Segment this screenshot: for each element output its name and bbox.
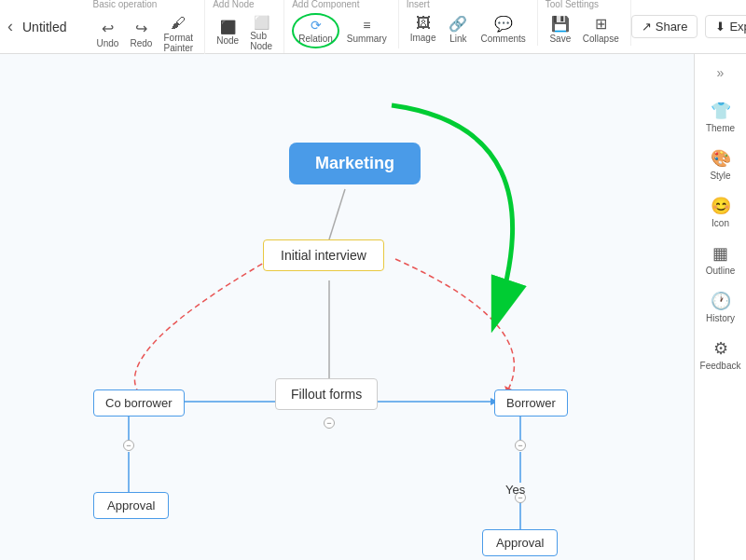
toolbar-group-add-component: Add Component ⟳ Relation ≡ Summary (284, 0, 399, 48)
marketing-label: Marketing (315, 154, 394, 172)
export-label: Export (729, 20, 746, 34)
sidebar-item-feedback[interactable]: ⚙ Feedback (698, 333, 743, 376)
tool-settings-items: 💾 Save ⊞ Collapse (546, 13, 623, 46)
relation-icon: ⟳ (311, 18, 322, 33)
add-node-items: ⬛ Node ⬜ Sub Node (213, 13, 276, 53)
collapse-icon: ⊞ (595, 15, 607, 33)
node-approval-right[interactable]: Approval (482, 529, 558, 556)
share-label: Share (656, 20, 688, 34)
format-painter-icon: 🖌 (171, 15, 186, 32)
toolbar-group-insert: Insert 🖼 Image 🔗 Link 💬 Comments (399, 0, 538, 46)
comments-icon: 💬 (494, 15, 513, 33)
summary-icon: ≡ (363, 18, 370, 33)
insert-items: 🖼 Image 🔗 Link 💬 Comments (407, 13, 530, 46)
node-approval-left[interactable]: Approval (93, 492, 169, 519)
node-label: Node (216, 35, 239, 46)
format-painter-label: Format Painter (163, 33, 193, 53)
comments-label: Comments (480, 34, 525, 44)
relation-button[interactable]: ⟳ Relation (292, 13, 339, 48)
initial-interview-label: Initial interview (281, 248, 366, 263)
link-icon: 🔗 (449, 15, 467, 33)
undo-icon: ↩ (102, 20, 114, 37)
canvas[interactable]: Marketing Initial interview Fillout form… (0, 54, 694, 560)
group-label-add-component: Add Component (292, 0, 359, 9)
main-area: Marketing Initial interview Fillout form… (0, 54, 746, 560)
collapse-borrower[interactable] (515, 440, 526, 451)
group-label-basic: Basic operation (92, 0, 157, 9)
theme-icon: 👕 (711, 101, 731, 121)
approval-left-label: Approval (107, 499, 155, 512)
collapse-button[interactable]: ⊞ Collapse (579, 13, 623, 46)
history-label: History (706, 313, 735, 323)
yes-label: Yes (505, 483, 525, 497)
connectors-svg (0, 54, 694, 560)
fillout-forms-label: Fillout forms (291, 387, 362, 402)
sub-node-icon: ⬜ (254, 15, 269, 30)
co-borrower-label: Co borrower (105, 396, 173, 410)
redo-icon: ↪ (135, 20, 147, 37)
green-arrow-svg (0, 54, 694, 560)
redo-button[interactable]: ↪ Redo (126, 18, 156, 50)
summary-label: Summary (347, 34, 387, 44)
export-button[interactable]: ⬇ Export (705, 15, 746, 38)
sidebar-item-theme[interactable]: 👕 Theme (698, 95, 743, 139)
group-label-add-node: Add Node (213, 0, 254, 9)
image-button[interactable]: 🖼 Image (407, 13, 440, 45)
link-button[interactable]: 🔗 Link (443, 13, 473, 46)
icon-icon: 😊 (711, 196, 731, 216)
share-button[interactable]: ↗ Share (631, 15, 698, 38)
image-icon: 🖼 (416, 15, 431, 32)
icon-label: Icon (711, 218, 729, 228)
style-icon: 🎨 (711, 148, 731, 169)
node-co-borrower[interactable]: Co borrower (93, 389, 185, 417)
node-button[interactable]: ⬛ Node (213, 18, 242, 48)
node-marketing[interactable]: Marketing (289, 143, 421, 184)
save-icon: 💾 (551, 15, 570, 33)
sidebar-item-outline[interactable]: ▦ Outline (698, 238, 743, 281)
save-label: Save (549, 34, 571, 44)
app-title: Untitled (22, 20, 66, 34)
toolbar: ‹ Untitled Basic operation ↩ Undo ↪ Redo… (0, 0, 746, 54)
save-button[interactable]: 💾 Save (546, 13, 575, 46)
collapse-co-borrower[interactable] (123, 440, 134, 451)
relation-label: Relation (298, 34, 333, 44)
group-label-insert: Insert (407, 0, 430, 9)
history-icon: 🕐 (711, 291, 731, 311)
sidebar-item-style[interactable]: 🎨 Style (698, 143, 743, 186)
outline-icon: ▦ (712, 243, 728, 264)
theme-label: Theme (706, 123, 735, 133)
comments-button[interactable]: 💬 Comments (477, 13, 529, 46)
undo-button[interactable]: ↩ Undo (92, 18, 122, 50)
add-component-items: ⟳ Relation ≡ Summary (292, 13, 391, 48)
feedback-label: Feedback (700, 361, 741, 371)
undo-label: Undo (97, 38, 119, 48)
back-button[interactable]: ‹ (7, 17, 13, 36)
share-icon: ↗ (642, 20, 652, 34)
sub-node-label: Sub Node (250, 31, 272, 51)
node-fillout-forms[interactable]: Fillout forms (275, 378, 378, 410)
toolbar-group-tool-settings: Tool Settings 💾 Save ⊞ Collapse (538, 0, 631, 46)
format-painter-button[interactable]: 🖌 Format Painter (159, 13, 197, 55)
sidebar-collapse-button[interactable]: » (713, 61, 728, 84)
image-label: Image (410, 33, 436, 43)
collapse-fillout-forms[interactable] (324, 417, 335, 429)
approval-right-label: Approval (496, 536, 544, 550)
node-borrower[interactable]: Borrower (494, 389, 568, 417)
group-label-tool-settings: Tool Settings (546, 0, 599, 9)
export-icon: ⬇ (715, 20, 725, 34)
node-initial-interview[interactable]: Initial interview (263, 239, 384, 271)
sidebar-item-history[interactable]: 🕐 History (698, 285, 743, 329)
right-sidebar: » 👕 Theme 🎨 Style 😊 Icon ▦ Outline 🕐 His… (694, 54, 746, 560)
style-label: Style (710, 171, 730, 181)
sidebar-item-icon[interactable]: 😊 Icon (698, 190, 743, 234)
toolbar-group-basic: Basic operation ↩ Undo ↪ Redo 🖌 Format P… (85, 0, 205, 55)
svg-line-0 (329, 189, 345, 239)
basic-items: ↩ Undo ↪ Redo 🖌 Format Painter (92, 13, 197, 55)
toolbar-right: ↗ Share ⬇ Export (631, 15, 746, 38)
redo-label: Redo (131, 38, 153, 48)
collapse-label: Collapse (583, 34, 619, 44)
link-label: Link (449, 34, 466, 44)
sub-node-button[interactable]: ⬜ Sub Node (246, 13, 276, 53)
summary-button[interactable]: ≡ Summary (343, 16, 391, 46)
node-yes: Yes (505, 483, 525, 497)
